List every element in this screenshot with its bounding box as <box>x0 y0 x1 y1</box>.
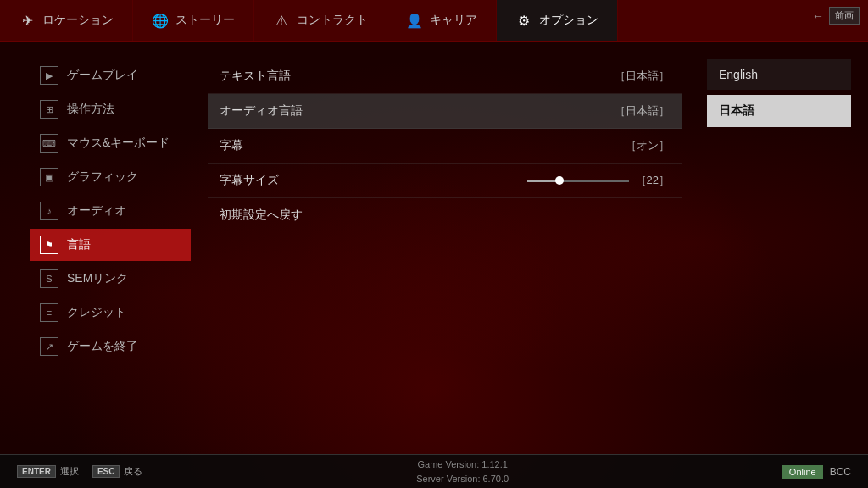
text-language-value: ［日本語］ <box>615 69 670 84</box>
status-bar: ENTER 選択 ESC 戻る Game Version: 1.12.1 Ser… <box>0 454 868 488</box>
game-version: Game Version: 1.12.1 <box>142 458 782 472</box>
sidebar-label-quit: ゲームを終了 <box>67 339 138 354</box>
sidebar-label-sem: SEMリンク <box>67 271 128 286</box>
control-hint-enter: ENTER 選択 <box>17 465 79 478</box>
sidebar: ▶ ゲームプレイ ⊞ 操作方法 ⌨ マウス&キーボード ▣ グラフィック ♪ オ… <box>0 59 191 454</box>
sidebar-label-controls: 操作方法 <box>67 102 114 117</box>
controls-icon: ⊞ <box>40 100 58 119</box>
status-controls: ENTER 選択 ESC 戻る <box>17 465 142 478</box>
nav-item-location[interactable]: ✈ ロケーション <box>0 0 133 41</box>
esc-key: ESC <box>92 465 120 478</box>
lang-label-english: English <box>719 68 758 81</box>
lang-option-english[interactable]: English <box>707 59 851 90</box>
quit-icon: ↗ <box>40 337 58 356</box>
control-hint-esc: ESC 戻る <box>92 465 143 478</box>
sidebar-label-credits: クレジット <box>67 305 126 320</box>
subtitles-value: ［オン］ <box>626 138 670 153</box>
nav-label-options: オプション <box>539 13 598 28</box>
subtitle-size-label: 字幕サイズ <box>220 173 279 188</box>
contract-icon: ⚠ <box>273 12 290 29</box>
sidebar-item-audio[interactable]: ♪ オーディオ <box>30 195 191 227</box>
sidebar-item-language[interactable]: ⚑ 言語 <box>30 229 191 261</box>
setting-text-language[interactable]: テキスト言語 ［日本語］ <box>208 59 682 94</box>
version-info: Game Version: 1.12.1 Server Version: 6.7… <box>142 458 782 485</box>
nav-label-story: ストーリー <box>175 13 235 28</box>
settings-list: テキスト言語 ［日本語］ オーディオ言語 ［日本語］ 字幕 ［オン］ 字幕サイズ <box>208 59 682 232</box>
graphics-icon: ▣ <box>40 168 58 186</box>
credits-icon: ≡ <box>40 303 58 322</box>
subtitle-size-slider-container: ［22］ <box>527 173 670 188</box>
reset-label: 初期設定へ戻す <box>220 208 303 221</box>
audio-language-value: ［日本語］ <box>615 103 670 119</box>
back-nav: ← 前画 <box>812 7 860 25</box>
keyboard-icon: ⌨ <box>40 134 58 152</box>
sem-icon: S <box>40 269 58 288</box>
sidebar-label-language: 言語 <box>67 237 91 252</box>
server-version: Server Version: 6.70.0 <box>142 472 782 486</box>
sidebar-label-graphics: グラフィック <box>67 169 138 185</box>
gameplay-icon: ▶ <box>40 66 58 85</box>
sidebar-item-sem[interactable]: S SEMリンク <box>30 263 191 295</box>
setting-reset[interactable]: 初期設定へ戻す <box>208 198 682 232</box>
career-icon: 👤 <box>406 12 423 29</box>
nav-label-contract: コントラクト <box>297 13 368 28</box>
sidebar-label-gameplay: ゲームプレイ <box>67 68 138 83</box>
nav-label-career: キャリア <box>430 13 477 28</box>
setting-subtitles[interactable]: 字幕 ［オン］ <box>208 129 682 164</box>
story-icon: 🌐 <box>152 12 169 29</box>
bcc-label: BCC <box>830 466 851 478</box>
settings-panel: テキスト言語 ［日本語］ オーディオ言語 ［日本語］ 字幕 ［オン］ 字幕サイズ <box>191 59 698 454</box>
setting-audio-language[interactable]: オーディオ言語 ［日本語］ <box>208 94 682 129</box>
lang-option-japanese[interactable]: 日本語 <box>707 95 851 127</box>
sidebar-label-audio: オーディオ <box>67 203 126 219</box>
enter-key: ENTER <box>17 465 56 478</box>
online-badge: Online <box>782 465 823 479</box>
language-panel: English 日本語 <box>698 59 868 454</box>
nav-item-contract[interactable]: ⚠ コントラクト <box>254 0 387 41</box>
location-icon: ✈ <box>19 12 36 29</box>
slider-fill <box>527 180 558 182</box>
sidebar-item-quit[interactable]: ↗ ゲームを終了 <box>30 330 191 363</box>
sidebar-label-keyboard: マウス&キーボード <box>67 136 170 151</box>
text-language-label: テキスト言語 <box>220 69 291 84</box>
sidebar-item-gameplay[interactable]: ▶ ゲームプレイ <box>30 59 191 92</box>
sidebar-item-keyboard[interactable]: ⌨ マウス&キーボード <box>30 127 191 159</box>
nav-item-options[interactable]: ⚙ オプション <box>497 0 618 41</box>
audio-icon: ♪ <box>40 202 58 220</box>
options-icon: ⚙ <box>515 12 532 29</box>
subtitle-size-value: ［22］ <box>636 173 670 188</box>
main-content: ▶ ゲームプレイ ⊞ 操作方法 ⌨ マウス&キーボード ▣ グラフィック ♪ オ… <box>0 42 868 454</box>
setting-subtitle-size[interactable]: 字幕サイズ ［22］ <box>208 164 682 198</box>
sidebar-item-controls[interactable]: ⊞ 操作方法 <box>30 93 191 125</box>
enter-action: 選択 <box>60 465 79 478</box>
audio-language-label: オーディオ言語 <box>220 103 303 119</box>
slider-track[interactable] <box>527 180 629 182</box>
subtitles-label: 字幕 <box>220 138 243 153</box>
lang-label-japanese: 日本語 <box>719 103 754 117</box>
top-navigation: ✈ ロケーション 🌐 ストーリー ⚠ コントラクト 👤 キャリア ⚙ オプション <box>0 0 868 42</box>
back-label: 前画 <box>829 7 860 25</box>
sidebar-item-credits[interactable]: ≡ クレジット <box>30 297 191 329</box>
sidebar-item-graphics[interactable]: ▣ グラフィック <box>30 161 191 193</box>
language-icon: ⚑ <box>40 236 58 254</box>
nav-label-location: ロケーション <box>42 13 114 28</box>
slider-dot <box>555 176 564 185</box>
nav-item-career[interactable]: 👤 キャリア <box>387 0 497 41</box>
back-arrow-icon: ← <box>812 9 824 23</box>
nav-item-story[interactable]: 🌐 ストーリー <box>133 0 254 41</box>
esc-action: 戻る <box>124 465 142 478</box>
status-right: Online BCC <box>782 465 851 479</box>
